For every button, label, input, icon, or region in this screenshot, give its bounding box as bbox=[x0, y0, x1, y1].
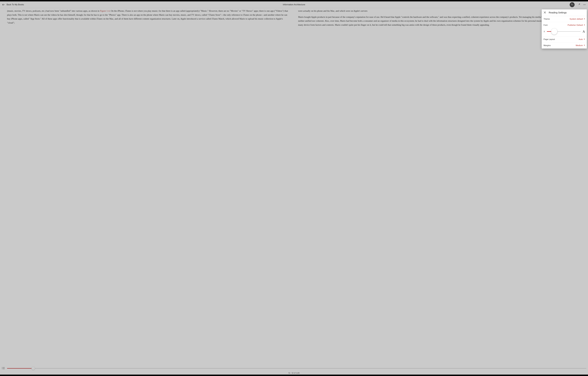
left-column: (music, movies, TV shows, podcasts, etc.… bbox=[7, 9, 290, 366]
close-settings-button[interactable] bbox=[544, 11, 546, 14]
back-arrow-icon bbox=[2, 3, 5, 6]
svg-line-1 bbox=[579, 4, 580, 5]
body-text: (music, movies, TV shows, podcasts, etc.… bbox=[7, 10, 100, 12]
svg-point-6 bbox=[2, 368, 2, 368]
app-header: Back To My Books Information Architectur… bbox=[0, 1, 588, 8]
margins-label: Margins bbox=[544, 44, 551, 47]
chevron-right-icon bbox=[584, 18, 585, 20]
svg-point-2 bbox=[583, 4, 584, 5]
progress-fill bbox=[7, 368, 33, 369]
font-size-large-icon: A bbox=[583, 30, 585, 33]
progress-thumb[interactable] bbox=[32, 367, 35, 370]
back-button[interactable]: Back To My Books bbox=[2, 3, 24, 6]
margins-row[interactable]: Margins Medium bbox=[542, 42, 587, 49]
aa-icon-large: A bbox=[571, 3, 573, 6]
aa-icon-small: a bbox=[573, 4, 573, 5]
reading-progress-slider[interactable] bbox=[7, 368, 586, 369]
chevron-right-icon bbox=[584, 24, 585, 26]
figure-link[interactable]: Figure 1-4 bbox=[100, 10, 110, 12]
svg-point-3 bbox=[584, 4, 585, 5]
fullscreen-button[interactable] bbox=[578, 3, 580, 6]
font-section: Font Publisher Default A A bbox=[542, 22, 587, 36]
book-title: Information Architecture bbox=[0, 3, 588, 6]
settings-title: Reading Settings bbox=[549, 11, 567, 14]
page-layout-row[interactable]: Page Layout Auto bbox=[542, 36, 587, 42]
font-row[interactable]: Font Publisher Default bbox=[542, 22, 587, 28]
font-label: Font bbox=[544, 24, 547, 26]
theme-value: System default bbox=[570, 18, 583, 20]
table-of-contents-button[interactable] bbox=[2, 367, 5, 370]
margins-value: Medium bbox=[576, 44, 583, 47]
back-label: Back To My Books bbox=[7, 3, 24, 6]
footer: 51 - 52 of 1145 bbox=[0, 366, 588, 375]
chevron-right-icon bbox=[584, 44, 585, 47]
page-layout-label: Page Layout bbox=[544, 38, 555, 41]
theme-label: Theme bbox=[544, 18, 550, 20]
reading-settings-button[interactable]: Aa bbox=[570, 2, 575, 7]
font-size-small-icon: A bbox=[544, 31, 545, 32]
svg-point-4 bbox=[585, 4, 586, 5]
right-column: were actually on his phone and his Mac, … bbox=[298, 9, 581, 366]
font-size-slider[interactable] bbox=[547, 31, 581, 32]
page-layout-value: Auto bbox=[579, 38, 583, 41]
body-text-italic: and bbox=[374, 20, 377, 22]
body-text: were actually on his phone and his Mac, … bbox=[298, 9, 581, 13]
font-value: Publisher Default bbox=[568, 24, 583, 26]
more-options-button[interactable] bbox=[583, 3, 586, 6]
chevron-right-icon bbox=[584, 38, 585, 41]
slider-thumb[interactable] bbox=[551, 28, 557, 35]
page-indicator: 51 - 52 of 1145 bbox=[0, 372, 588, 374]
theme-row[interactable]: Theme System default bbox=[542, 16, 587, 22]
reading-content: (music, movies, TV shows, podcasts, etc.… bbox=[0, 8, 588, 366]
svg-point-5 bbox=[2, 367, 2, 367]
svg-point-7 bbox=[2, 369, 2, 369]
reading-settings-popover: Reading Settings Theme System default Fo… bbox=[542, 10, 587, 49]
